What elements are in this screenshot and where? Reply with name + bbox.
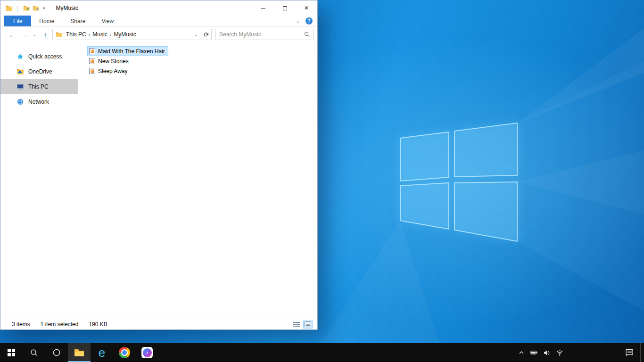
- status-item-count: 3 items: [12, 321, 30, 328]
- file-row[interactable]: New Stories: [87, 56, 132, 66]
- forward-button[interactable]: →: [18, 31, 31, 38]
- qat-separator: |: [17, 5, 18, 12]
- sidebar-item-quick-access[interactable]: Quick access: [0, 49, 78, 64]
- sidebar-item-onedrive[interactable]: OneDrive: [0, 64, 78, 79]
- close-button[interactable]: ✕: [296, 0, 317, 16]
- speaker-icon: [544, 350, 550, 356]
- sidebar-item-label: Network: [28, 99, 49, 105]
- refresh-button[interactable]: ⟳: [201, 29, 212, 40]
- minimize-icon: [261, 8, 265, 8]
- cortana-circle-icon: [53, 349, 60, 356]
- qat-new-folder-icon[interactable]: [33, 5, 39, 11]
- window-caption-buttons: ✕: [252, 0, 317, 16]
- onedrive-icon: [17, 68, 24, 75]
- network-globe-icon: [17, 98, 24, 106]
- up-button[interactable]: ↑: [38, 31, 52, 38]
- action-center-button[interactable]: [619, 343, 640, 362]
- taskbar-file-explorer-button[interactable]: [68, 343, 91, 362]
- battery-icon: [530, 350, 538, 355]
- maximize-button[interactable]: [274, 0, 296, 16]
- this-pc-icon: [17, 83, 24, 90]
- close-icon: ✕: [304, 5, 309, 11]
- taskbar-itunes-button[interactable]: ♪: [136, 343, 158, 362]
- windows-logo-wallpaper: [393, 115, 520, 247]
- details-view-button[interactable]: [292, 321, 301, 329]
- cortana-button[interactable]: [45, 343, 68, 362]
- file-name: New Stories: [98, 58, 129, 65]
- help-icon[interactable]: ?: [305, 17, 313, 25]
- breadcrumb-mymusic[interactable]: MyMusic: [111, 31, 138, 38]
- file-name: Sleep Away: [98, 68, 128, 74]
- status-bar: 3 items 1 item selected 190 KB: [0, 319, 317, 329]
- taskbar-chrome-button[interactable]: [113, 343, 136, 362]
- file-list: Maid With The Flaxen Hair New Stories Sl…: [78, 42, 317, 319]
- qat-dropdown-icon[interactable]: ▾: [43, 6, 45, 10]
- file-name: Maid With The Flaxen Hair: [98, 48, 165, 55]
- tab-home[interactable]: Home: [31, 16, 62, 26]
- music-note-icon: ♪: [143, 348, 152, 357]
- qat-properties-icon[interactable]: [23, 5, 30, 11]
- file-row-selected[interactable]: Maid With The Flaxen Hair: [87, 46, 168, 56]
- back-button[interactable]: ←: [6, 31, 18, 38]
- address-bar-row: ← → ⌄ ↑ This PC › Music › MyMusic ⌄ ⟳: [0, 27, 317, 42]
- sidebar-item-this-pc[interactable]: This PC: [0, 79, 78, 94]
- details-view-icon: [293, 321, 300, 328]
- recent-locations-dropdown[interactable]: ⌄: [31, 33, 38, 37]
- view-toggle-buttons: [292, 321, 313, 329]
- file-row[interactable]: Sleep Away: [87, 66, 131, 76]
- internet-explorer-icon: e: [99, 348, 105, 358]
- address-bar[interactable]: This PC › Music › MyMusic ⌄: [52, 29, 201, 40]
- sidebar-item-label: This PC: [28, 83, 49, 90]
- taskbar-internet-explorer-button[interactable]: e: [91, 343, 113, 362]
- music-file-icon: [89, 48, 95, 54]
- itunes-icon: ♪: [141, 347, 153, 358]
- quick-access-star-icon: [17, 53, 24, 60]
- large-icons-view-icon: [304, 321, 312, 328]
- windows-start-icon: [8, 349, 15, 356]
- status-size: 190 KB: [89, 321, 107, 328]
- tab-share[interactable]: Share: [62, 16, 93, 26]
- status-selection: 1 item selected: [41, 321, 79, 328]
- wifi-icon: [556, 349, 563, 356]
- address-folder-icon: [56, 31, 62, 38]
- tray-overflow-button[interactable]: [515, 343, 528, 362]
- start-button[interactable]: [0, 343, 23, 362]
- maximize-icon: [283, 6, 287, 10]
- tab-view[interactable]: View: [93, 16, 122, 26]
- search-icon: [30, 349, 38, 356]
- ribbon-collapse-icon[interactable]: ⌄: [296, 18, 300, 24]
- music-file-icon: [89, 68, 95, 74]
- breadcrumb-music[interactable]: Music: [90, 31, 109, 38]
- sidebar-item-label: Quick access: [28, 53, 62, 60]
- ribbon-tab-bar: File Home Share View ⌄ ?: [0, 16, 317, 27]
- minimize-button[interactable]: [252, 0, 274, 16]
- search-input[interactable]: [219, 31, 304, 38]
- address-dropdown-icon[interactable]: ⌄: [191, 32, 201, 37]
- volume-button[interactable]: [540, 343, 553, 362]
- action-center-icon: [626, 349, 634, 356]
- large-icons-view-button[interactable]: [303, 321, 313, 329]
- explorer-body: Quick access OneDrive This PC Network Ma…: [0, 42, 317, 319]
- search-icon: [304, 32, 310, 37]
- sidebar-item-network[interactable]: Network: [0, 94, 78, 109]
- window-title: MyMusic: [56, 5, 78, 11]
- chevron-up-icon: [519, 351, 524, 354]
- search-box: [215, 29, 314, 40]
- sidebar-item-label: OneDrive: [28, 68, 52, 75]
- network-button[interactable]: [553, 343, 566, 362]
- window-folder-icon[interactable]: [5, 4, 13, 12]
- taskbar: e ♪: [0, 343, 644, 362]
- navigation-pane: Quick access OneDrive This PC Network: [0, 42, 78, 319]
- file-explorer-window: | ▾ MyMusic ✕ File Home Share View ⌄ ? ←…: [0, 0, 318, 330]
- show-desktop-button[interactable]: [640, 343, 644, 362]
- chrome-icon: [119, 347, 130, 358]
- file-explorer-icon: [74, 347, 85, 358]
- breadcrumb-this-pc[interactable]: This PC: [64, 31, 89, 38]
- tab-file[interactable]: File: [4, 16, 31, 26]
- taskbar-search-button[interactable]: [23, 343, 45, 362]
- system-tray: [515, 343, 644, 362]
- ribbon-right-controls: ⌄ ?: [296, 16, 317, 26]
- battery-status[interactable]: [528, 343, 540, 362]
- music-file-icon: [89, 58, 95, 64]
- title-bar: | ▾ MyMusic ✕: [0, 0, 317, 16]
